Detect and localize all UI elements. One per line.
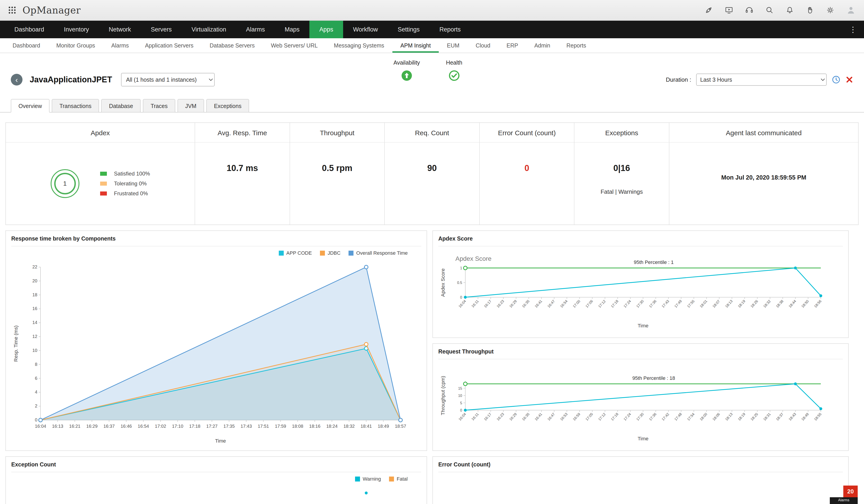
sub-nav-item-erp[interactable]: ERP [499,38,526,53]
svg-text:17:49: 17:49 [674,299,682,309]
settings-gear-icon[interactable] [826,5,835,15]
alarms-widget[interactable]: 20 Alarms [830,485,858,504]
metric-card-subtext: Fatal | Warnings [574,188,669,195]
svg-text:17:54: 17:54 [686,412,695,421]
response-time-chart: 024681012141618202216:0416:1316:2116:291… [11,258,419,445]
svg-text:17:43: 17:43 [241,424,252,429]
sub-nav-item-reports[interactable]: Reports [559,38,595,53]
sub-nav-item-apm-insight[interactable]: APM Insight [392,38,439,53]
legend-swatch [389,477,394,481]
metric-card-title: Exceptions [574,123,669,143]
svg-text:22: 22 [32,264,37,269]
exception-count-panel: Exception Count WarningFatal [5,456,427,504]
topbar: OpManager [0,0,864,21]
sub-nav-item-messaging-systems[interactable]: Messaging Systems [326,38,392,53]
svg-text:17:05: 17:05 [585,412,593,421]
sub-nav-item-admin[interactable]: Admin [526,38,559,53]
error-count-panel: Error Count (count) [432,456,849,504]
tab-transactions[interactable]: Transactions [52,99,99,112]
host-instance-select[interactable]: All (1 hosts and 1 instances) [121,73,215,86]
svg-text:18:31: 18:31 [763,412,771,421]
metric-card-value: 0.5 rpm [290,163,385,173]
svg-text:16:41: 16:41 [534,412,543,421]
metric-card-error-count-count: Error Count (count)0 [480,123,575,225]
svg-text:18:57: 18:57 [395,424,406,429]
svg-text:16:47: 16:47 [547,299,555,309]
main-nav-item-virtualization[interactable]: Virtualization [182,21,236,38]
notifications-bell-icon[interactable] [785,5,794,15]
main-nav-item-inventory[interactable]: Inventory [54,21,99,38]
rocket-icon[interactable] [704,5,713,15]
svg-text:95th Percentile : 1: 95th Percentile : 1 [634,260,674,265]
svg-text:18:32: 18:32 [343,424,355,429]
sub-nav-item-web-servers-url[interactable]: Web Servers/ URL [263,38,326,53]
svg-text:17:36: 17:36 [648,299,657,309]
metric-card-value: 0 [480,163,574,173]
svg-text:17:12: 17:12 [598,412,607,421]
main-nav-item-apps[interactable]: Apps [309,21,343,38]
sub-nav-item-database-servers[interactable]: Database Servers [202,38,263,53]
legend-label: Warning [363,476,381,482]
panel-title: Apdex Score [438,235,843,247]
tab-traces[interactable]: Traces [143,99,175,112]
remote-session-icon[interactable] [724,5,733,15]
svg-text:17:59: 17:59 [275,424,286,429]
close-icon[interactable] [845,76,853,83]
svg-text:18:49: 18:49 [378,424,389,429]
duration-label: Duration : [666,76,691,83]
sub-nav-item-application-servers[interactable]: Application Servers [137,38,201,53]
overview-tabbar: OverviewTransactionsDatabaseTracesJVMExc… [0,99,864,112]
tab-jvm[interactable]: JVM [178,99,204,112]
alarm-count-badge[interactable]: 20 [843,485,858,497]
back-button[interactable]: ‹ [11,74,23,85]
apdex-legend-frustrated-0: Frustrated 0% [100,190,150,197]
svg-text:18:00: 18:00 [699,412,708,421]
svg-text:18:07: 18:07 [712,299,720,309]
tab-database[interactable]: Database [101,99,141,112]
health-label: Health [446,59,462,66]
svg-text:16:29: 16:29 [86,424,98,429]
apdex-gauge: 1 [51,169,80,198]
main-nav-item-maps[interactable]: Maps [275,21,309,38]
svg-text:17:18: 17:18 [189,424,201,429]
main-nav-item-alarms[interactable]: Alarms [236,21,275,38]
main-nav-item-workflow[interactable]: Workflow [343,21,388,38]
svg-text:16:41: 16:41 [534,299,543,309]
main-nav-item-reports[interactable]: Reports [430,21,471,38]
tab-overview[interactable]: Overview [11,99,49,112]
svg-text:0: 0 [460,296,462,299]
metric-card-title: Apdex [6,123,195,143]
svg-text:18:38: 18:38 [775,299,784,309]
user-avatar[interactable] [846,5,856,15]
sub-nav-item-eum[interactable]: EUM [439,38,468,53]
svg-text:17:55: 17:55 [686,299,695,309]
metric-card-agent-last-communicated: Agent last communicatedMon Jul 20, 2020 … [669,123,858,225]
main-nav-item-servers[interactable]: Servers [141,21,182,38]
svg-text:16:13: 16:13 [52,424,63,429]
main-nav-item-dashboard[interactable]: Dashboard [4,21,54,38]
duration-select[interactable]: Last 3 Hours [696,74,827,86]
legend-swatch [100,191,107,195]
app-title[interactable]: OpManager [23,5,81,16]
support-headset-icon[interactable] [745,5,754,15]
svg-text:20: 20 [32,278,37,283]
charts-row-top: Response time broken by Components APP C… [5,230,859,451]
main-nav-item-network[interactable]: Network [99,21,141,38]
search-icon[interactable] [765,5,774,15]
apps-grid-icon[interactable] [8,6,16,14]
svg-text:18:56: 18:56 [813,299,822,309]
sub-nav-item-alarms[interactable]: Alarms [103,38,137,53]
clock-icon[interactable] [832,75,841,84]
metric-card-apdex: Apdex 1 Satisfied 100%Tolerating 0%Frust… [6,123,195,225]
main-nav-item-settings[interactable]: Settings [388,21,430,38]
sub-nav-item-cloud[interactable]: Cloud [468,38,499,53]
metric-card-title: Throughput [290,123,385,143]
metric-card-title: Agent last communicated [669,123,858,143]
sub-nav-item-dashboard[interactable]: Dashboard [4,38,48,53]
svg-text:17:18: 17:18 [610,412,619,421]
sub-nav-item-monitor-groups[interactable]: Monitor Groups [48,38,103,53]
feedback-hand-icon[interactable] [805,5,815,15]
overflow-menu-icon[interactable]: ⋮ [842,21,864,38]
tab-exceptions[interactable]: Exceptions [206,99,249,112]
svg-text:15: 15 [458,386,462,391]
